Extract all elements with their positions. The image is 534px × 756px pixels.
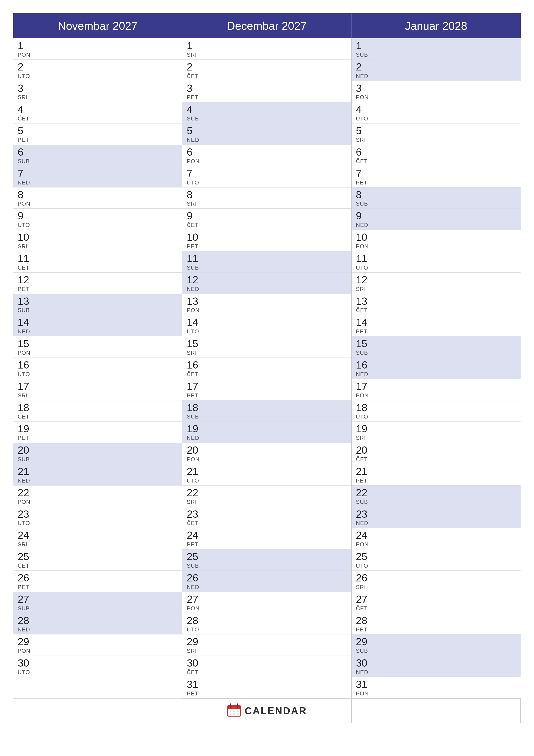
day-name: ČET — [187, 520, 347, 526]
day-number: 25 — [187, 551, 347, 562]
day-name: SUB — [18, 158, 178, 165]
day-name: NED — [356, 222, 516, 229]
day-row: 27PON — [182, 592, 351, 613]
day-name: SRI — [187, 499, 347, 505]
day-row: 5NED — [182, 123, 351, 145]
day-number: 12 — [187, 274, 347, 286]
day-name: ČET — [18, 115, 178, 122]
day-row: 25ČET — [13, 549, 182, 571]
day-row: 15PON — [13, 337, 182, 358]
day-number: 7 — [187, 168, 347, 179]
day-row: 14UTO — [182, 315, 351, 337]
day-number: 14 — [187, 317, 347, 328]
day-name: SRI — [356, 137, 516, 143]
day-number: 23 — [187, 509, 347, 520]
day-name: PET — [18, 137, 178, 143]
day-name: SRI — [187, 201, 347, 207]
day-name: UTO — [187, 626, 347, 633]
day-row: 1PON — [13, 39, 182, 60]
day-number: 7 — [18, 168, 178, 179]
day-name: UTO — [18, 222, 178, 229]
month-title-dec: Decembar 2027 — [182, 14, 351, 39]
day-name: SUB — [18, 307, 178, 313]
day-name: PON — [356, 541, 516, 548]
day-name: NED — [18, 328, 178, 335]
day-row: 8SUB — [352, 187, 521, 209]
day-row: 13ČET — [352, 294, 521, 315]
day-name: PON — [356, 392, 516, 399]
day-row: 20PON — [182, 443, 351, 464]
day-number: 2 — [18, 62, 178, 73]
day-row: 2ČET — [182, 60, 351, 81]
day-number: 9 — [18, 210, 178, 222]
day-number: 10 — [356, 232, 516, 243]
day-row: 29PON — [13, 634, 182, 656]
svg-rect-10 — [233, 711, 235, 712]
footer-empty-left — [13, 699, 182, 723]
day-row: 27SUB — [13, 592, 182, 613]
calendar-body: 1PON2UTO3SRI4ČET5PET6SUB7NED8PON9UTO10SR… — [13, 39, 521, 698]
day-number: 28 — [187, 615, 347, 627]
day-row: 23NED — [352, 507, 521, 528]
day-number: 21 — [18, 466, 178, 477]
day-row: 19NED — [182, 421, 351, 443]
day-number: 24 — [356, 530, 516, 541]
day-name: SRI — [356, 435, 516, 441]
day-number: 3 — [18, 83, 178, 94]
day-number: 6 — [18, 147, 178, 158]
day-number: 6 — [356, 147, 516, 158]
day-number: 11 — [18, 253, 178, 264]
svg-rect-11 — [237, 711, 239, 712]
day-name: PON — [187, 456, 347, 463]
month-col-jan: 1SUB2NED3PON4UTO5SRI6ČET7PET8SUB9NED10PO… — [352, 39, 521, 698]
day-row: 20ČET — [352, 443, 521, 464]
day-name: SRI — [187, 648, 347, 654]
day-row: 27ČET — [352, 592, 521, 613]
day-name: PET — [187, 392, 347, 399]
day-row: 25SUB — [182, 549, 351, 571]
day-row: 25UTO — [352, 549, 521, 571]
day-name: UTO — [356, 264, 516, 271]
month-col-nov: 1PON2UTO3SRI4ČET5PET6SUB7NED8PON9UTO10SR… — [13, 39, 182, 698]
day-number: 16 — [356, 360, 516, 371]
day-name: PET — [187, 541, 347, 548]
day-number: 2 — [356, 62, 516, 73]
svg-rect-13 — [233, 714, 235, 715]
day-row: 2NED — [352, 60, 521, 81]
day-number: 29 — [187, 636, 347, 648]
day-name: ČET — [187, 222, 347, 229]
day-number: 9 — [187, 210, 347, 222]
day-number: 25 — [18, 551, 178, 562]
footer-area: CALENDAR — [13, 698, 521, 723]
day-number: 3 — [187, 83, 347, 94]
day-name: PON — [187, 158, 347, 165]
day-name: ČET — [187, 73, 347, 80]
calendar-brand-icon — [226, 703, 242, 718]
day-name: PET — [18, 435, 178, 441]
day-row: 14PET — [352, 315, 521, 337]
day-row: 18ČET — [13, 400, 182, 422]
day-number: 5 — [18, 125, 178, 137]
day-name: UTO — [187, 328, 347, 335]
day-row: 10PON — [352, 230, 521, 251]
day-row: 26NED — [182, 571, 351, 592]
day-number: 30 — [356, 658, 516, 669]
day-name: ČET — [356, 456, 516, 463]
month-title-jan: Januar 2028 — [352, 14, 521, 39]
day-name: SRI — [187, 350, 347, 356]
day-number: 10 — [18, 232, 178, 243]
day-row: 3SRI — [13, 81, 182, 102]
day-name: PON — [18, 51, 178, 58]
day-row: 19SRI — [352, 421, 521, 443]
day-number: 15 — [356, 338, 516, 350]
day-row: 12SRI — [352, 273, 521, 294]
day-row: 21PET — [352, 464, 521, 486]
day-number: 19 — [18, 423, 178, 435]
day-name: ČET — [356, 605, 516, 612]
day-name: NED — [18, 626, 178, 633]
day-row: 24SRI — [13, 528, 182, 549]
day-row: 4UTO — [352, 102, 521, 123]
day-name: SUB — [187, 562, 347, 569]
day-name: UTO — [18, 371, 178, 378]
day-number: 14 — [18, 317, 178, 328]
